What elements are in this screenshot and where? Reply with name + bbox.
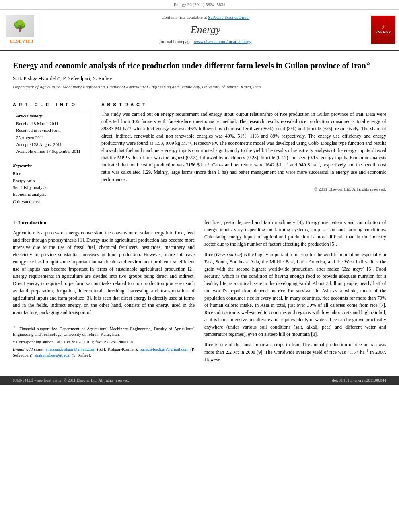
intro-para-right-3: Rice is one of the most important crops … [204,341,386,363]
abstract-label: A B S T R A C T [101,102,386,108]
intro-heading: 1. Introduction [13,219,195,227]
section-divider [13,212,386,212]
sciverse-text[interactable]: SciVerse ScienceDirect [208,15,249,20]
elsevier-logo-area: 🌳 ELSEVIER [0,13,44,46]
history-title: Article history: [16,113,90,119]
body-col-left: 1. Introduction Agriculture is a process… [13,219,195,366]
energy-logo-area: ⚡ENERGY [367,13,399,46]
keyword-4: Economic analysis [13,191,93,197]
title-star: ☆ [366,61,370,66]
received-revised-label: Received in revised form [16,127,90,134]
journal-title: Energy [191,23,220,37]
author-names: S.H. Pishgar-Komleh*, P. Sefeedpari, S. … [13,75,112,81]
article-info-col: A R T I C L E I N F O Article history: R… [13,102,93,205]
issn-text: 0360-5442/$ – see front matter © 2011 El… [13,378,129,383]
keyword-3: Sensitivity analysis [13,185,93,191]
keyword-1: Rice [13,170,93,177]
copyright-line: © 2011 Elsevier Ltd. All rights reserved… [101,186,386,192]
email-2[interactable]: paria.sefeedpari@gmail.com [140,347,189,351]
elsevier-label: ELSEVIER [6,39,38,44]
received-revised-date: 25 August 2011 [16,135,90,141]
sciverse-link[interactable]: Contents lists available at SciVerse Sci… [162,14,249,21]
abstract-col: A B S T R A C T The study was carried ou… [101,102,386,205]
affiliation: Department of Agricultural Machinery Eng… [13,84,386,90]
citation-bar: Energy 36 (2011) 5824–5831 [0,0,399,10]
energy-logo-box: ⚡ENERGY [371,16,395,44]
journal-homepage: journal homepage: www.elsevier.com/locat… [160,39,251,45]
intro-para-1: Agriculture is a process of energy conve… [13,229,195,316]
tree-icon: 🌳 [13,18,27,34]
energy-logo-text: ⚡ENERGY [375,25,391,35]
footnote-email: E-mail addresses: s.hassan.pishgar@gmail… [13,347,195,358]
intro-para-right-2: Rice (Oryza sativa) is the hugely import… [204,251,386,338]
intro-para-right-1: fertilizer, pesticide, seed and farm mac… [204,219,386,248]
body-col-right: fertilizer, pesticide, seed and farm mac… [204,219,386,366]
journal-header: 🌳 ELSEVIER Contents lists available at S… [0,10,399,50]
abstract-text: The study was carried out on energy requ… [101,111,386,183]
citation-text: Energy 36 (2011) 5824–5831 [173,2,225,7]
article-info-label: A R T I C L E I N F O [13,102,93,108]
accepted-date: Accepted 28 August 2011 [16,142,90,148]
footnote-star: ☆ Financial support by: Department of Ag… [13,325,195,338]
bottom-bar: 0360-5442/$ – see front matter © 2011 El… [0,376,399,385]
available-date: Available online 17 September 2011 [16,148,90,154]
keyword-5: Cultivated area [13,199,93,205]
keywords-label: Keywords: [13,163,93,169]
footnote-corresponding: * Corresponding author. Tel.: +98 261 28… [13,339,195,345]
footnotes-area: ☆ Financial support by: Department of Ag… [13,321,195,359]
article-history-box: Article history: Received 8 March 2011 R… [13,111,93,158]
journal-center: Contents lists available at SciVerse Sci… [44,13,367,46]
received-date: Received 8 March 2011 [16,121,90,127]
keyword-2: Energy ratio [13,178,93,184]
elsevier-logo-box: 🌳 ELSEVIER [4,13,40,46]
elsevier-logo-image: 🌳 [6,15,34,37]
article-columns: A R T I C L E I N F O Article history: R… [13,97,386,205]
intro-heading-text: 1. Introduction [13,220,47,226]
email-1[interactable]: s.hassan.pishgar@gmail.com [46,347,95,351]
journal-url[interactable]: www.elsevier.com/locate/energy [194,39,251,44]
doi-text: doi:10.1016/j.energy.2011.08.044 [332,378,386,383]
email-3[interactable]: shahinrafiee@ut.ac.ir [35,353,71,357]
body-columns: 1. Introduction Agriculture is a process… [13,219,386,366]
authors: S.H. Pishgar-Komleh*, P. Sefeedpari, S. … [13,75,386,82]
main-content: Energy and economic analysis of rice pro… [0,51,399,373]
article-title: Energy and economic analysis of rice pro… [13,60,386,71]
title-text: Energy and economic analysis of rice pro… [13,61,366,70]
